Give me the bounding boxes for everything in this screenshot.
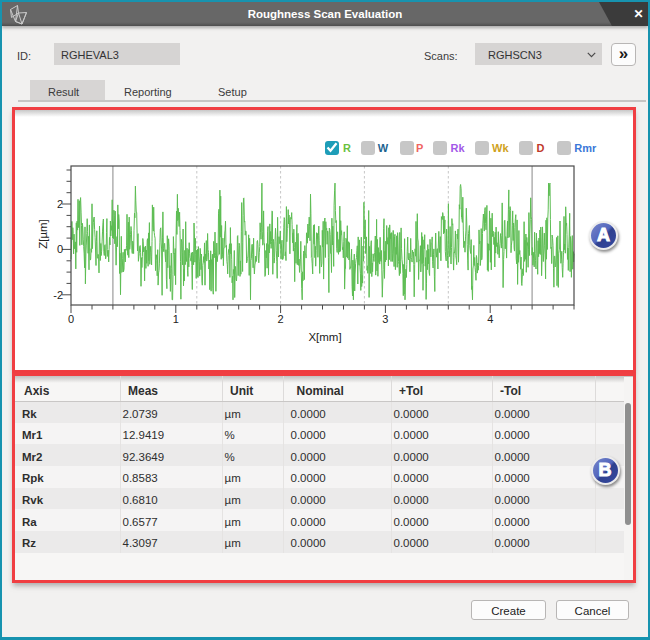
svg-text:2: 2 xyxy=(278,313,284,325)
svg-text:Z[µm]: Z[µm] xyxy=(37,219,49,249)
svg-text:0: 0 xyxy=(57,243,63,255)
svg-text:X[mm]: X[mm] xyxy=(308,331,341,343)
svg-text:-2: -2 xyxy=(53,289,63,301)
svg-text:4: 4 xyxy=(487,313,493,325)
svg-text:3: 3 xyxy=(382,313,388,325)
svg-text:0: 0 xyxy=(68,313,74,325)
svg-text:1: 1 xyxy=(173,313,179,325)
svg-text:2: 2 xyxy=(57,198,63,210)
